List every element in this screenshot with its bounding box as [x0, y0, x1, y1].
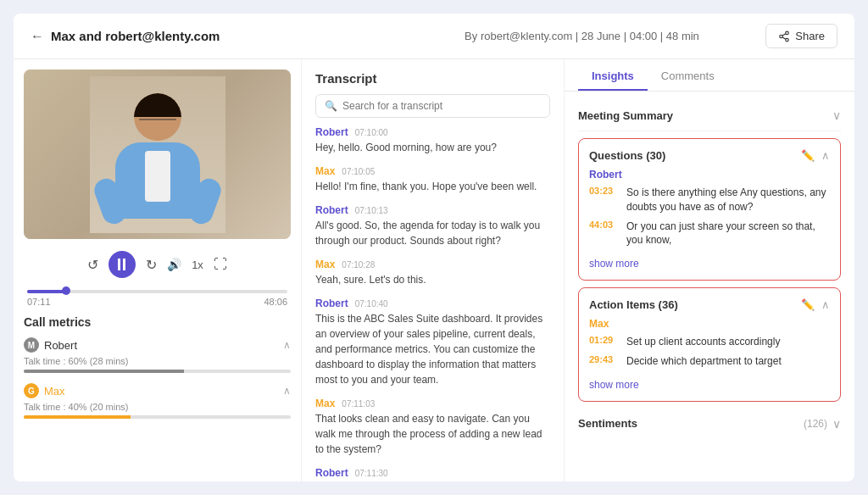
msg-time-6: 07:11:30: [355, 469, 388, 478]
action-item-2: 29:43 Decide which department to target: [589, 354, 830, 369]
fullscreen-button[interactable]: ⛶: [214, 257, 227, 272]
transcript-message-1: Max07:10:05Hello! I'm fine, thank you. H…: [315, 165, 550, 194]
action-items-speaker: Max: [589, 318, 830, 330]
svg-point-0: [786, 31, 789, 35]
avatar-max: G: [24, 383, 39, 398]
metric-max: G Max ∧ Talk time : 40% (20 mins): [24, 383, 291, 419]
transcript-message-2: Robert07:10:13All's good. So, the agenda…: [315, 204, 550, 248]
transcript-message-0: Robert07:10:00Hey, hello. Good morning, …: [315, 126, 550, 155]
max-talk-time: Talk time : 40% (20 mins): [24, 402, 291, 412]
avatar-robert: M: [24, 337, 39, 353]
share-icon: [778, 31, 790, 42]
total-time: 48:06: [264, 297, 287, 307]
metric-robert: M Robert ∧ Talk time : 60% (28 mins): [24, 337, 291, 373]
svg-rect-5: [118, 259, 120, 270]
video-controls: ↺ ↻ 🔊 1x ⛶: [24, 248, 291, 281]
questions-edit-icon[interactable]: ✏️: [801, 149, 815, 162]
play-pause-button[interactable]: [108, 251, 136, 278]
max-chevron[interactable]: ∧: [283, 385, 291, 397]
msg-time-0: 07:10:00: [355, 128, 388, 137]
search-input[interactable]: [342, 100, 541, 112]
max-talk-bar: [24, 415, 291, 419]
msg-text-5: That looks clean and easy to navigate. C…: [315, 411, 550, 457]
volume-button[interactable]: 🔊: [167, 258, 181, 271]
rewind-button[interactable]: ↺: [87, 257, 98, 273]
robert-name: Robert: [44, 339, 77, 352]
a2-time: 29:43: [589, 354, 620, 364]
transcript-message-6: Robert07:11:30Absolutely! To add a new l…: [315, 467, 550, 481]
search-wrap[interactable]: 🔍: [315, 94, 550, 118]
action-items-edit-icon[interactable]: ✏️: [801, 298, 815, 311]
transcript-messages: Robert07:10:00Hey, hello. Good morning, …: [302, 126, 564, 481]
forward-button[interactable]: ↻: [146, 257, 157, 273]
questions-collapse-icon[interactable]: ∧: [821, 149, 830, 162]
msg-time-1: 07:10:05: [342, 167, 375, 176]
tab-insights[interactable]: Insights: [578, 59, 648, 91]
sentiments-row: Sentiments (126) ∨: [578, 409, 841, 439]
transcript-message-3: Max07:10:28Yeah, sure. Let's do this.: [315, 259, 550, 287]
sentiments-count: (126): [804, 418, 827, 430]
msg-time-5: 07:11:03: [342, 399, 375, 409]
msg-speaker-3: Max: [315, 259, 335, 270]
share-button[interactable]: Share: [765, 24, 837, 48]
msg-speaker-1: Max: [315, 165, 335, 177]
video-container: [24, 70, 291, 239]
header-meta: By robert@klenty.com | 28 June | 04:00 |…: [398, 30, 766, 42]
insights-tabs: Insights Comments: [565, 59, 854, 92]
a1-time: 01:29: [589, 335, 620, 345]
meeting-summary-title: Meeting Summary: [578, 109, 673, 122]
back-arrow-icon[interactable]: ←: [31, 29, 44, 44]
transcript-message-4: Robert07:10:40This is the ABC Sales Suit…: [315, 298, 550, 387]
msg-time-2: 07:10:13: [355, 206, 388, 215]
q1-text: So is there anything else Any questions,…: [626, 186, 830, 214]
page-title: Max and robert@klenty.com: [51, 29, 220, 43]
svg-line-4: [782, 33, 786, 35]
progress-bar-container[interactable]: 07:11 48:06: [24, 290, 291, 307]
search-icon: 🔍: [325, 100, 337, 112]
a1-text: Set up client accounts accordingly: [626, 335, 780, 349]
questions-speaker: Robert: [589, 169, 830, 181]
share-label: Share: [795, 30, 825, 42]
q1-time: 03:23: [589, 186, 620, 196]
msg-text-1: Hello! I'm fine, thank you. Hope you've …: [315, 179, 550, 194]
call-metrics-title: Call metrics: [24, 315, 291, 329]
msg-speaker-6: Robert: [315, 467, 348, 479]
action-items-show-more[interactable]: show more: [589, 379, 639, 391]
svg-rect-6: [123, 259, 125, 270]
msg-speaker-0: Robert: [315, 126, 348, 138]
svg-point-2: [786, 38, 789, 42]
action-items-card: Action Items (36) ✏️ ∧ Max 01:29 Set up …: [578, 287, 841, 402]
msg-text-2: All's good. So, the agenda for today is …: [315, 218, 550, 248]
msg-text-6: Absolutely! To add a new lead, you simpl…: [315, 481, 550, 481]
action-items-collapse-icon[interactable]: ∧: [821, 298, 830, 311]
svg-point-1: [780, 35, 783, 38]
msg-speaker-4: Robert: [315, 298, 348, 309]
robert-talk-time: Talk time : 60% (28 mins): [24, 356, 291, 366]
max-name: Max: [44, 385, 65, 398]
questions-card: Questions (30) ✏️ ∧ Robert 03:23 So is t…: [578, 138, 841, 281]
question-item-2: 44:03 Or you can just share your screen …: [589, 220, 830, 248]
q2-text: Or you can just share your screen so tha…: [626, 220, 830, 248]
svg-line-3: [782, 36, 786, 38]
questions-show-more[interactable]: show more: [589, 258, 639, 270]
questions-title: Questions (30): [589, 149, 665, 162]
insights-content: Meeting Summary ∨ Questions (30) ✏️ ∧ Ro: [565, 92, 854, 481]
msg-time-4: 07:10:40: [355, 299, 388, 309]
meeting-summary-chevron[interactable]: ∨: [832, 108, 841, 122]
robert-chevron[interactable]: ∧: [283, 339, 291, 351]
action-item-1: 01:29 Set up client accounts accordingly: [589, 335, 830, 349]
question-item-1: 03:23 So is there anything else Any ques…: [589, 186, 830, 214]
msg-speaker-2: Robert: [315, 204, 348, 216]
msg-text-4: This is the ABC Sales Suite dashboard. I…: [315, 311, 550, 387]
transcript-title: Transcript: [302, 59, 564, 94]
msg-text-0: Hey, hello. Good morning, how are you?: [315, 140, 550, 155]
msg-time-3: 07:10:28: [342, 260, 375, 270]
sentiments-chevron[interactable]: ∨: [832, 417, 841, 431]
transcript-message-5: Max07:11:03That looks clean and easy to …: [315, 398, 550, 457]
current-time: 07:11: [27, 297, 51, 307]
a2-text: Decide which department to target: [626, 354, 782, 369]
tab-comments[interactable]: Comments: [648, 59, 728, 91]
action-items-title: Action Items (36): [589, 298, 678, 311]
msg-text-3: Yeah, sure. Let's do this.: [315, 272, 550, 287]
meeting-summary-row: Meeting Summary ∨: [578, 100, 841, 131]
